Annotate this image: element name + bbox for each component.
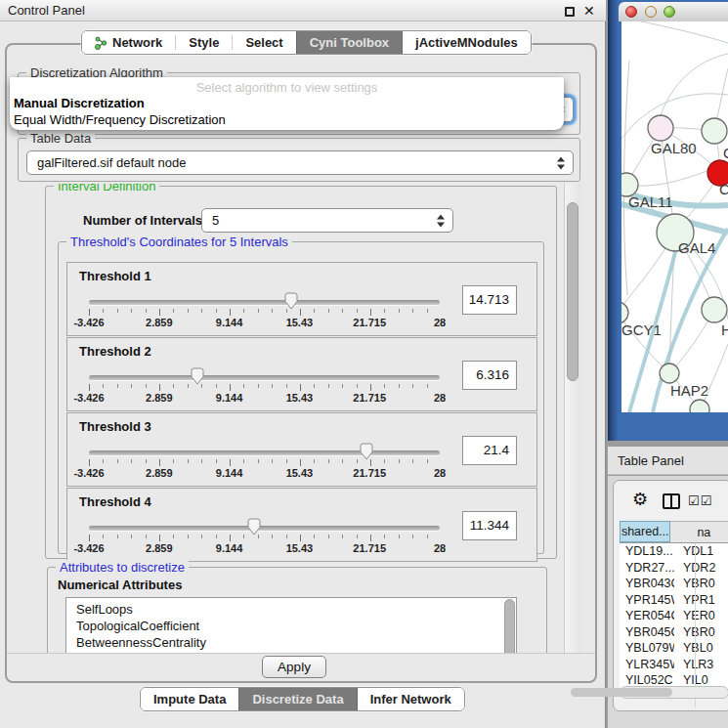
cell-name[interactable]: YBL0 <box>674 641 728 655</box>
threshold-2-slider-track[interactable] <box>89 375 440 380</box>
apply-button[interactable]: Apply <box>262 656 326 678</box>
list-item[interactable]: SelfLoops <box>66 598 516 618</box>
column-header-shared-name[interactable]: shared... <box>620 521 670 542</box>
threshold-4-label: Threshold 4 <box>79 494 151 509</box>
attributes-group: Attributes to discretize Numerical Attri… <box>47 567 547 653</box>
slider-tick-labels: -3.426 2.859 9.144 15.43 21.715 28 <box>89 392 440 405</box>
tab-style-label: Style <box>189 35 219 50</box>
cell-name[interactable]: YER0 <box>674 609 728 622</box>
table-row[interactable]: YBL079WYBL0 <box>620 640 728 657</box>
tick-label: 9.144 <box>216 317 243 328</box>
tick-label: 15.43 <box>286 392 314 404</box>
threshold-1-value-field[interactable]: 14.713 <box>462 285 517 315</box>
network-viewport[interactable]: GAL80 G C GAL11 GAL4 GCY1 H HAP2 <box>621 21 728 412</box>
number-of-intervals-value: 5 <box>212 209 219 232</box>
close-icon[interactable]: ✕ <box>583 2 595 20</box>
cell-name[interactable]: YBR0 <box>674 625 728 639</box>
slider-major-ticks <box>89 535 441 541</box>
tab-jactivemnodules[interactable]: jActiveMNodules <box>403 31 531 54</box>
algorithm-option-equal-width[interactable]: Equal Width/Frequency Discretization <box>14 112 226 127</box>
column-header-name[interactable]: na <box>670 521 728 542</box>
list-scrollbar[interactable] <box>504 599 515 653</box>
cell-shared[interactable]: YDR27... <box>620 561 674 575</box>
node-top-right[interactable] <box>702 118 727 144</box>
settings-scrollbar-track[interactable] <box>564 184 581 653</box>
numerical-attributes-list: SelfLoops TopologicalCoefficient Between… <box>65 597 517 653</box>
cell-shared[interactable]: YBR045C <box>620 625 674 639</box>
float-window-icon[interactable] <box>565 7 575 17</box>
tab-cyni-toolbox-label: Cyni Toolbox <box>310 35 389 50</box>
threshold-2-panel: Threshold 2 -3.426 2.859 9.144 1 <box>66 337 537 411</box>
cell-name[interactable]: YDR2 <box>674 561 728 575</box>
settings-scrollbar-thumb[interactable] <box>567 202 578 381</box>
tick-label: -3.426 <box>73 542 104 554</box>
tick-label: 28 <box>434 392 446 404</box>
split-columns-icon[interactable] <box>663 493 680 509</box>
table-row[interactable]: YDR27...YDR2 <box>620 560 728 577</box>
node-label-partial-g: G <box>723 145 728 161</box>
threshold-1-slider-track[interactable] <box>89 300 440 305</box>
tab-network[interactable]: Network <box>82 31 175 54</box>
cell-shared[interactable]: YBL079W <box>620 641 674 655</box>
network-window: GAL80 G C GAL11 GAL4 GCY1 H HAP2 <box>608 0 728 441</box>
threshold-3-slider-track[interactable] <box>89 450 440 455</box>
threshold-3-value-field[interactable]: 21.4 <box>462 436 517 465</box>
node-label-gal4: GAL4 <box>678 239 715 256</box>
close-traffic-light-icon[interactable] <box>625 6 637 18</box>
threshold-3-label: Threshold 3 <box>79 419 151 434</box>
tab-style[interactable]: Style <box>176 31 232 54</box>
interval-definition-group: Interval Definition Number of Intervals … <box>45 186 557 559</box>
tick-label: 28 <box>434 467 446 479</box>
tab-select[interactable]: Select <box>233 31 295 54</box>
cell-shared[interactable]: YDL19... <box>620 544 674 558</box>
threshold-2-value-field[interactable]: 6.316 <box>462 361 517 390</box>
tab-discretize-data[interactable]: Discretize Data <box>238 688 357 710</box>
list-item[interactable]: TopologicalCoefficient <box>66 618 516 634</box>
cell-name[interactable]: YLR3 <box>674 658 728 671</box>
table-row[interactable]: YDL19...YDL1 <box>620 543 728 560</box>
table-row[interactable]: YER054CYER0 <box>620 608 728 624</box>
tab-select-label: Select <box>245 35 282 50</box>
combo-arrows-icon <box>557 156 565 169</box>
combo-arrows-icon <box>437 214 445 227</box>
control-panel-tabbar: Network Style Select Cyni Toolbox jActiv… <box>81 30 532 55</box>
node-hap2[interactable] <box>660 364 679 383</box>
list-item[interactable]: BetweennessCentrality <box>66 634 516 651</box>
cell-name[interactable]: YBR0 <box>674 577 728 590</box>
table-hscrollbar-thumb[interactable] <box>571 688 672 697</box>
tab-infer-network[interactable]: Infer Network <box>358 688 464 710</box>
table-hscrollbar-track[interactable] <box>620 686 728 699</box>
column-divider <box>695 543 696 707</box>
node-bottom[interactable] <box>690 400 709 412</box>
cell-shared[interactable]: YPR145W <box>620 593 674 607</box>
tick-label: -3.426 <box>73 317 104 328</box>
node-gal80[interactable] <box>648 115 673 141</box>
cell-shared[interactable]: YBR043C <box>620 577 674 590</box>
tab-cyni-toolbox[interactable]: Cyni Toolbox <box>296 31 403 54</box>
cell-shared[interactable]: YER054C <box>620 609 674 622</box>
gear-icon[interactable]: ⚙ <box>632 489 648 510</box>
checkbox-icons[interactable]: ☑☑ <box>688 493 712 508</box>
node-h-right[interactable] <box>702 297 727 322</box>
tick-label: 15.43 <box>286 467 314 479</box>
table-row[interactable]: YBR045CYBR0 <box>620 624 728 641</box>
number-of-intervals-label: Number of Intervals <box>83 208 202 233</box>
network-nodes <box>621 115 728 412</box>
minimize-traffic-light-icon[interactable] <box>645 6 657 18</box>
table-data-combobox[interactable]: galFiltered.sif default node <box>26 150 574 175</box>
number-of-intervals-combobox[interactable]: 5 <box>201 208 453 233</box>
cell-name[interactable]: YDL1 <box>674 544 728 558</box>
table-row[interactable]: YBR043CYBR0 <box>620 576 728 592</box>
tab-infer-network-label: Infer Network <box>370 692 451 707</box>
threshold-4-slider-track[interactable] <box>89 526 440 531</box>
zoom-traffic-light-icon[interactable] <box>664 6 675 18</box>
threshold-4-value-field[interactable]: 11.344 <box>462 511 517 540</box>
tab-impute-data[interactable]: Impute Data <box>141 688 238 710</box>
cell-name[interactable]: YPR1 <box>674 593 728 607</box>
table-row[interactable]: YLR345WYLR3 <box>620 657 728 673</box>
table-row[interactable]: YPR145WYPR1 <box>620 592 728 609</box>
cell-shared[interactable]: YLR345W <box>620 658 674 671</box>
numerical-attributes-label: Numerical Attributes <box>58 578 182 592</box>
algorithm-option-manual[interactable]: Manual Discretization <box>14 96 145 110</box>
node-gcy1[interactable] <box>621 302 628 323</box>
